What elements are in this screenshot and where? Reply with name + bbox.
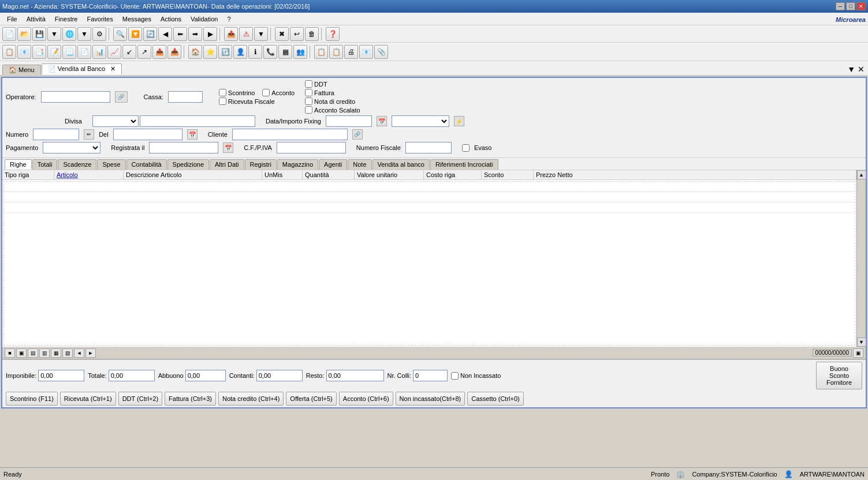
delete-button[interactable]: 🗑 [305, 27, 319, 41]
empty-row-2[interactable] [4, 192, 855, 202]
nr-colli-input[interactable] [413, 370, 448, 381]
data-fixing-input[interactable] [326, 115, 372, 127]
divisa-select[interactable] [92, 115, 139, 127]
dropdown-arrow[interactable]: ▼ [47, 27, 61, 41]
tab-contabilita[interactable]: Contabilità [126, 159, 167, 170]
imponibile-input[interactable] [38, 370, 84, 381]
warning-button[interactable]: ⚠ [239, 27, 253, 41]
bolt-button[interactable]: ⚡ [454, 116, 464, 126]
nota-credito-button[interactable]: Nota credito (Ctrl+4) [218, 392, 284, 406]
tb2-person[interactable]: 👤 [233, 45, 247, 59]
cf-piva-input[interactable] [277, 142, 346, 153]
abbuono-input[interactable] [185, 370, 226, 381]
numero-fiscale-input[interactable] [405, 142, 452, 153]
tab-agenti[interactable]: Agenti [319, 159, 347, 170]
scontrino-button[interactable]: Scontrino (F11) [6, 392, 58, 406]
tb2-btn6[interactable]: 📄 [77, 45, 91, 59]
registrata-input[interactable] [149, 142, 218, 153]
tab-totali[interactable]: Totali [32, 159, 58, 170]
ddt-button[interactable]: DDT (Ctrl+2) [118, 392, 162, 406]
edit-icon[interactable]: ✏ [84, 129, 94, 140]
acconto-checkbox[interactable] [262, 89, 270, 96]
tb2-btn1[interactable]: 📋 [2, 45, 16, 59]
menu-finestre[interactable]: Finestre [50, 14, 83, 24]
tb2-btn2[interactable]: 📧 [17, 45, 31, 59]
mini-btn-2[interactable]: ▣ [16, 348, 27, 358]
settings-button[interactable]: ⚙ [92, 27, 106, 41]
action-button[interactable]: 🌐 [62, 27, 76, 41]
tb2-btn9[interactable]: ↙ [122, 45, 136, 59]
contanti-input[interactable] [256, 370, 303, 381]
scroll-down-button[interactable]: ▼ [857, 337, 866, 347]
tab-righe[interactable]: Righe [5, 159, 32, 170]
ricevuta-button[interactable]: Ricevuta (Ctrl+1) [60, 392, 116, 406]
new-button[interactable]: 📄 [2, 27, 16, 41]
mini-btn-4[interactable]: ▥ [39, 348, 50, 358]
mini-btn-1[interactable]: ■ [5, 348, 15, 358]
tb2-phone[interactable]: 📞 [263, 45, 277, 59]
tb2-btn7[interactable]: 📊 [92, 45, 106, 59]
tb2-info[interactable]: ℹ [248, 45, 262, 59]
mini-btn-6[interactable]: ▧ [62, 348, 73, 358]
vertical-scrollbar[interactable]: ▲ ▼ [856, 170, 866, 347]
ddt-checkbox[interactable] [305, 80, 312, 88]
next-button[interactable]: ➡ [188, 27, 202, 41]
tb2-sync[interactable]: 🔃 [218, 45, 232, 59]
non-incassato-button[interactable]: Non incassato(Ctrl+8) [396, 392, 465, 406]
prev-button[interactable]: ◀ [158, 27, 172, 41]
scroll-up-button[interactable]: ▲ [857, 170, 866, 179]
tb2-print[interactable]: 🖨 [344, 45, 358, 59]
mini-btn-back[interactable]: ◄ [74, 348, 84, 358]
maximize-button[interactable]: □ [846, 2, 855, 10]
tab-riferimenti-incrociati[interactable]: Riferimenti Incrociati [430, 159, 498, 170]
operatore-input[interactable] [41, 91, 110, 103]
mini-btn-end[interactable]: ▣ [853, 348, 863, 358]
offerta-button[interactable]: Offerta (Ctrl+5) [286, 392, 336, 406]
tb2-doc2[interactable]: 📋 [329, 45, 343, 59]
tb2-btn12[interactable]: 📥 [167, 45, 181, 59]
tb2-btn4[interactable]: 📝 [47, 45, 61, 59]
resto-input[interactable] [326, 370, 384, 381]
warning-dropdown[interactable]: ▼ [254, 27, 268, 41]
forward-button[interactable]: ▶ [203, 27, 217, 41]
back-button[interactable]: ⬅ [173, 27, 187, 41]
cliente-input[interactable] [232, 129, 348, 140]
fattura-button[interactable]: Fattura (Ctrl+3) [165, 392, 216, 406]
numero-input[interactable] [33, 129, 79, 140]
tb2-star[interactable]: ⭐ [203, 45, 217, 59]
search-button[interactable]: 🔍 [113, 27, 127, 41]
col-articolo[interactable]: Articolo [54, 170, 124, 179]
cliente-lookup-button[interactable]: 🔗 [352, 129, 363, 140]
tab-scadenze[interactable]: Scadenze [58, 159, 96, 170]
export-button[interactable]: 📤 [224, 27, 238, 41]
calendar-del-button[interactable]: 📅 [187, 129, 198, 140]
cassa-input[interactable] [168, 91, 203, 103]
menu-help[interactable]: ? [222, 14, 235, 24]
empty-row-1[interactable] [4, 182, 855, 192]
calendar-registrata-button[interactable]: 📅 [223, 142, 233, 153]
tb2-barcode[interactable]: ▦ [278, 45, 292, 59]
cassetto-button[interactable]: Cassetto (Ctrl+0) [467, 392, 523, 406]
totale-input[interactable] [109, 370, 155, 381]
ricevuta-fiscale-checkbox[interactable] [219, 97, 226, 105]
acconto-scalato-checkbox[interactable] [305, 106, 312, 114]
tb2-btn8[interactable]: 📈 [107, 45, 121, 59]
tab-close-button[interactable]: ✕ [856, 63, 866, 75]
tb2-home[interactable]: 🏠 [188, 45, 202, 59]
undo-button[interactable]: ↩ [290, 27, 304, 41]
tab-vendita-al-banco[interactable]: Vendita al banco [372, 159, 430, 170]
tb2-attach[interactable]: 📎 [374, 45, 388, 59]
nota-di-credito-checkbox[interactable] [305, 97, 312, 105]
dropdown-arrow2[interactable]: ▼ [77, 27, 91, 41]
menu-validation[interactable]: Validation [186, 14, 223, 24]
tb2-btn10[interactable]: ↗ [137, 45, 151, 59]
menu-favorites[interactable]: Favorites [83, 14, 118, 24]
acconto-btn[interactable]: Acconto (Ctrl+6) [339, 392, 393, 406]
open-button[interactable]: 📂 [17, 27, 31, 41]
tab-registri[interactable]: Registri [245, 159, 277, 170]
cancel-button[interactable]: ✖ [275, 27, 289, 41]
pagamento-select[interactable] [43, 142, 100, 153]
tab-pin-button[interactable]: ▼ [846, 63, 856, 75]
menu-file[interactable]: File [2, 14, 22, 24]
tab-spedizione[interactable]: Spedizione [167, 159, 209, 170]
